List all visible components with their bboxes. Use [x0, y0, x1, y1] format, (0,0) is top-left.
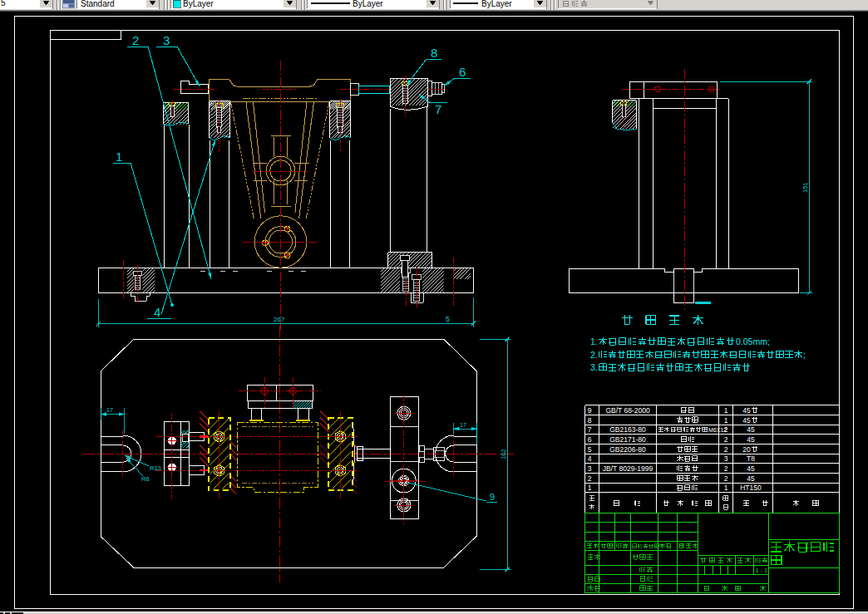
svg-text:HT150: HT150 [740, 484, 762, 492]
svg-text:2: 2 [724, 474, 728, 483]
svg-text:9: 9 [588, 406, 592, 415]
svg-text:45: 45 [747, 474, 755, 483]
svg-text:45: 45 [742, 406, 751, 415]
svg-text:1: 1 [588, 484, 592, 492]
svg-text:GB2163-80: GB2163-80 [609, 425, 646, 434]
svg-text:7: 7 [588, 425, 592, 434]
svg-text:GB2206-80: GB2206-80 [609, 445, 646, 454]
svg-text:JB/T 8029-1999: JB/T 8029-1999 [603, 464, 653, 473]
svg-text:45: 45 [747, 435, 755, 444]
svg-text:3.: 3. [590, 362, 598, 372]
svg-text:1: 1 [116, 150, 122, 164]
svg-text:2: 2 [588, 474, 592, 483]
svg-text:1: 1 [724, 484, 728, 492]
svg-text:ByLayer: ByLayer [353, 0, 383, 8]
svg-text:4: 4 [154, 305, 160, 319]
svg-text:45: 45 [742, 416, 751, 425]
svg-text:2: 2 [132, 33, 139, 47]
svg-text:6: 6 [588, 435, 592, 444]
svg-text:8: 8 [588, 416, 592, 425]
svg-text:1: 1 [724, 416, 728, 425]
svg-text:3: 3 [724, 454, 728, 463]
svg-text:2: 2 [724, 435, 728, 444]
svg-text:162: 162 [500, 449, 507, 459]
svg-text:4: 4 [588, 454, 592, 463]
svg-text:T8: T8 [747, 454, 755, 463]
svg-text:17: 17 [460, 422, 466, 428]
svg-text:3: 3 [588, 464, 592, 473]
svg-text:1 : 1: 1 : 1 [756, 567, 768, 574]
svg-text:17: 17 [106, 407, 113, 413]
svg-text:2.: 2. [590, 350, 598, 360]
svg-text:5: 5 [1, 0, 6, 7]
svg-text:151: 151 [801, 182, 809, 193]
svg-text:45: 45 [747, 425, 755, 434]
svg-text:1: 1 [724, 406, 728, 415]
svg-text:45: 45 [747, 464, 755, 473]
svg-text:7: 7 [435, 102, 441, 116]
svg-text:5: 5 [588, 445, 592, 454]
svg-text:9: 9 [490, 492, 495, 502]
svg-text:Standard: Standard [81, 0, 115, 8]
svg-text:ByLayer: ByLayer [481, 0, 512, 8]
svg-text:GB2171-80: GB2171-80 [609, 435, 646, 444]
svg-text:5: 5 [446, 315, 450, 323]
svg-text:R6: R6 [141, 475, 150, 483]
svg-text:3: 3 [163, 33, 170, 47]
svg-text:GB/T 68-2000: GB/T 68-2000 [605, 406, 650, 415]
svg-text:1.: 1. [590, 336, 598, 346]
svg-text:6: 6 [459, 65, 466, 79]
svg-text:ByLayer: ByLayer [183, 0, 214, 8]
svg-text:;: ; [803, 350, 806, 360]
svg-text:267: 267 [274, 316, 285, 323]
svg-text:2: 2 [724, 445, 728, 454]
svg-text:2: 2 [724, 464, 728, 473]
svg-text:0.05mm;: 0.05mm; [736, 336, 770, 346]
svg-text:2: 2 [724, 425, 728, 434]
svg-text:20: 20 [742, 445, 751, 454]
svg-text:8: 8 [431, 46, 437, 60]
